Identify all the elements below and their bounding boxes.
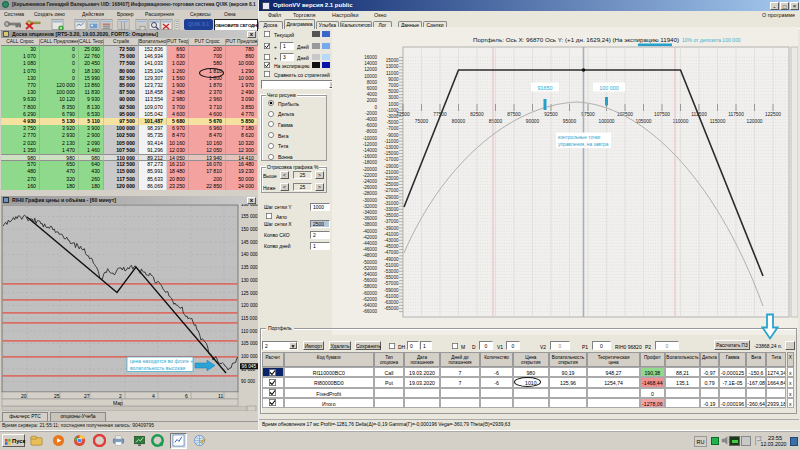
svg-text:волатильность высокая: волатильность высокая: [130, 365, 185, 371]
svg-text:-28000: -28000: [363, 191, 378, 196]
svg-text:120 000: 120 000: [241, 303, 258, 308]
svg-text:-63000: -63000: [384, 300, 399, 305]
svg-text:-59000: -59000: [384, 288, 399, 293]
svg-text:155 000: 155 000: [241, 214, 258, 219]
svg-text:10000: 10000: [364, 74, 377, 79]
svg-text:9000: 9000: [388, 77, 399, 82]
svg-text:140 000: 140 000: [241, 252, 258, 257]
svg-text:-6000: -6000: [365, 123, 377, 128]
svg-text:-42000: -42000: [363, 235, 378, 240]
svg-text:-45000: -45000: [384, 244, 399, 249]
svg-text:-2000: -2000: [365, 111, 377, 116]
svg-text:117500: 117500: [728, 112, 744, 117]
svg-text:14000: 14000: [364, 61, 377, 66]
svg-text:90 000: 90 000: [241, 379, 255, 384]
svg-text:100 000: 100 000: [599, 85, 619, 91]
svg-text:100000: 100000: [598, 119, 614, 124]
svg-text:-11000: -11000: [385, 139, 399, 144]
svg-text:-7000: -7000: [387, 126, 399, 131]
svg-text:4000: 4000: [367, 92, 378, 97]
svg-text:-46000: -46000: [363, 247, 378, 252]
svg-text:72500: 72500: [396, 112, 410, 117]
svg-text:-50000: -50000: [363, 260, 378, 265]
svg-text:135 000: 135 000: [241, 265, 258, 270]
svg-text:-49000: -49000: [384, 257, 399, 262]
svg-text:-5000: -5000: [387, 120, 399, 125]
svg-text:87500: 87500: [507, 112, 521, 117]
svg-text:3000: 3000: [388, 95, 399, 100]
svg-text:6: 6: [185, 393, 188, 399]
svg-text:-39000: -39000: [384, 226, 399, 231]
svg-text:-22000: -22000: [363, 173, 378, 178]
svg-text:130 000: 130 000: [241, 278, 258, 283]
svg-text:-10000: -10000: [363, 136, 378, 141]
svg-text:5000: 5000: [388, 89, 399, 94]
svg-text:-20000: -20000: [363, 167, 378, 172]
svg-text:-32000: -32000: [363, 204, 378, 209]
svg-text:-9000: -9000: [387, 133, 399, 138]
svg-text:2000: 2000: [367, 98, 378, 103]
svg-text:75000: 75000: [415, 119, 429, 124]
svg-text:Мар: Мар: [113, 400, 123, 406]
svg-text:-36000: -36000: [363, 216, 378, 221]
svg-text:120000: 120000: [746, 119, 762, 124]
svg-text:-33000: -33000: [384, 207, 399, 212]
svg-text:6000: 6000: [367, 86, 378, 91]
svg-text:13000: 13000: [386, 64, 399, 69]
svg-text:-60000: -60000: [363, 291, 378, 296]
svg-text:-37000: -37000: [384, 219, 399, 224]
svg-text:-23000: -23000: [384, 176, 399, 181]
svg-text:16000: 16000: [364, 55, 377, 60]
svg-text:-18000: -18000: [363, 160, 378, 165]
svg-text:-66000: -66000: [363, 309, 378, 314]
svg-text:-62000: -62000: [363, 297, 378, 302]
svg-text:-15000: -15000: [384, 151, 399, 156]
svg-text:-16000: -16000: [363, 154, 378, 159]
svg-text:контрольные точки: контрольные точки: [558, 135, 601, 140]
svg-text:-64000: -64000: [363, 303, 378, 308]
svg-text:1000: 1000: [388, 102, 399, 107]
svg-text:управления, на завтра: управления, на завтра: [558, 142, 609, 147]
svg-text:-48000: -48000: [363, 253, 378, 258]
svg-text:-44000: -44000: [363, 241, 378, 246]
svg-text:-57000: -57000: [384, 281, 399, 286]
svg-text:-51000: -51000: [384, 263, 399, 268]
svg-text:-61000: -61000: [384, 294, 399, 299]
svg-text:20: 20: [21, 393, 27, 399]
svg-text:150 000: 150 000: [241, 227, 258, 232]
svg-text:11: 11: [218, 393, 223, 399]
svg-text:25: 25: [54, 393, 60, 399]
svg-text:-25000: -25000: [384, 182, 399, 187]
svg-text:145 000: 145 000: [241, 240, 258, 245]
svg-text:-40000: -40000: [363, 229, 378, 234]
svg-text:-54000: -54000: [363, 272, 378, 277]
svg-text:цена находится во флэте +: цена находится во флэте +: [130, 358, 193, 364]
svg-text:15000: 15000: [386, 58, 399, 63]
svg-text:100 000: 100 000: [241, 354, 258, 359]
svg-text:115 000: 115 000: [241, 316, 258, 321]
svg-text:85000: 85000: [489, 119, 503, 124]
svg-text:107500: 107500: [654, 112, 670, 117]
svg-text:125 000: 125 000: [241, 291, 258, 296]
svg-text:-41000: -41000: [384, 232, 399, 237]
svg-text:-26000: -26000: [363, 185, 378, 190]
svg-text:-52000: -52000: [363, 266, 378, 271]
svg-text:-55000: -55000: [384, 275, 399, 280]
svg-text:-34000: -34000: [363, 210, 378, 215]
svg-text:-35000: -35000: [384, 213, 399, 218]
svg-text:-27000: -27000: [384, 188, 399, 193]
svg-text:10% от депозита 100 000: 10% от депозита 100 000: [682, 37, 741, 43]
svg-text:115000: 115000: [710, 119, 726, 124]
svg-text:8000: 8000: [367, 80, 378, 85]
svg-text:-12000: -12000: [363, 142, 378, 147]
svg-text:96 045: 96 045: [242, 364, 257, 369]
svg-text:-56000: -56000: [363, 278, 378, 283]
svg-text:110 000: 110 000: [241, 329, 258, 334]
svg-text:-30000: -30000: [363, 198, 378, 203]
svg-text:105 000: 105 000: [241, 341, 258, 346]
svg-text:-65000: -65000: [384, 306, 399, 311]
svg-text:-38000: -38000: [363, 222, 378, 227]
svg-text:11000: 11000: [386, 71, 399, 76]
svg-text:7000: 7000: [388, 83, 399, 88]
svg-text:Портфель: Ось X: 96870 Ось Y:: Портфель: Ось X: 96870 Ось Y: (+1 дн. 16…: [473, 36, 679, 43]
